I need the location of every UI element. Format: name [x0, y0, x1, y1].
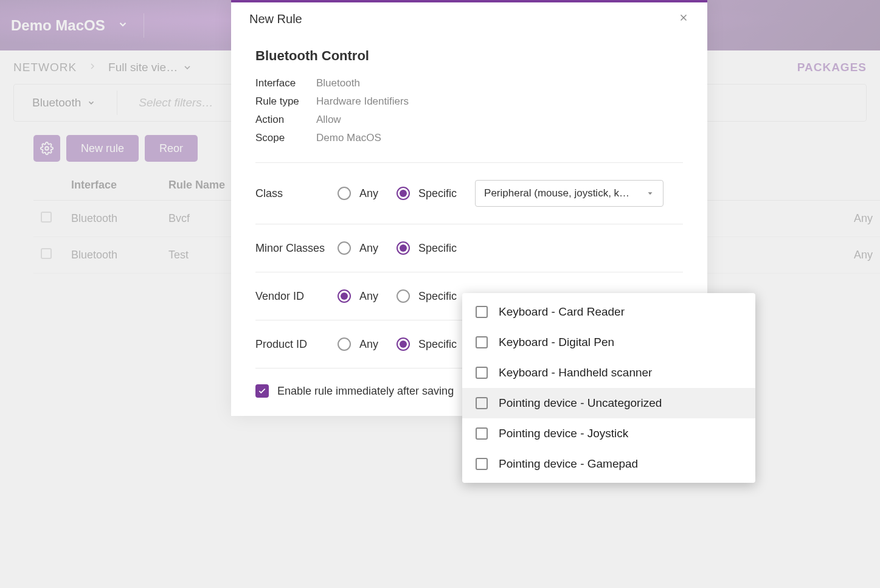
radio-class-any[interactable]: [338, 187, 351, 200]
dropdown-item[interactable]: Keyboard - Card Reader: [462, 297, 755, 327]
option-label: Keyboard - Digital Pen: [499, 336, 614, 349]
meta-label: Rule type: [255, 95, 304, 108]
svg-marker-3: [648, 192, 653, 195]
radio-product-any[interactable]: [338, 337, 351, 351]
class-select[interactable]: Peripheral (mouse, joystick, k…: [475, 180, 663, 207]
option-checkbox[interactable]: [476, 427, 488, 440]
option-checkbox[interactable]: [476, 336, 488, 348]
dropdown-item[interactable]: Keyboard - Handheld scanner: [462, 358, 755, 388]
select-value: Peripheral (mouse, joystick, k…: [484, 187, 629, 199]
dropdown-item[interactable]: Keyboard - Digital Pen: [462, 327, 755, 358]
field-label: Class: [255, 187, 338, 200]
row-class: Class Any Specific Peripheral (mouse, jo…: [255, 163, 683, 224]
section-title: Bluetooth Control: [255, 48, 683, 64]
radio-label: Any: [359, 338, 378, 351]
radio-label: Any: [359, 290, 378, 303]
dropdown-item[interactable]: Pointing device - Joystick: [462, 418, 755, 449]
option-checkbox[interactable]: [476, 306, 488, 318]
enable-label: Enable rule immediately after saving: [277, 385, 454, 398]
modal-title: New Rule: [249, 12, 302, 26]
meta-label: Interface: [255, 77, 304, 89]
field-label: Vendor ID: [255, 290, 338, 303]
radio-label: Specific: [418, 242, 457, 255]
option-label: Pointing device - Joystick: [499, 427, 628, 440]
meta-value: Bluetooth: [316, 77, 360, 89]
radio-label: Any: [359, 187, 378, 200]
dropdown-item[interactable]: Pointing device - Gamepad: [462, 449, 755, 479]
radio-vendor-any[interactable]: [338, 289, 351, 303]
minor-classes-dropdown[interactable]: Keyboard - Card Reader Keyboard - Digita…: [462, 293, 755, 483]
radio-label: Any: [359, 242, 378, 255]
option-label: Keyboard - Card Reader: [499, 305, 625, 319]
field-label: Product ID: [255, 338, 338, 351]
meta-label: Scope: [255, 132, 304, 144]
radio-minor-specific[interactable]: [397, 241, 410, 255]
option-checkbox[interactable]: [476, 367, 488, 379]
option-label: Pointing device - Gamepad: [499, 457, 638, 471]
meta-value: Hardware Identifiers: [316, 95, 409, 108]
radio-label: Specific: [418, 187, 457, 200]
option-label: Keyboard - Handheld scanner: [499, 366, 652, 379]
close-icon[interactable]: [678, 12, 689, 26]
field-label: Minor Classes: [255, 242, 338, 255]
option-checkbox[interactable]: [476, 397, 488, 409]
dropdown-item[interactable]: Pointing device - Uncategorized: [462, 388, 755, 418]
row-minor-classes: Minor Classes Any Specific: [255, 224, 683, 272]
radio-label: Specific: [418, 338, 457, 351]
meta-label: Action: [255, 114, 304, 126]
radio-product-specific[interactable]: [397, 337, 410, 351]
chevron-down-icon: [646, 189, 654, 198]
radio-vendor-specific[interactable]: [397, 289, 410, 303]
option-checkbox[interactable]: [476, 458, 488, 470]
radio-minor-any[interactable]: [338, 241, 351, 255]
enable-checkbox[interactable]: [255, 384, 269, 398]
radio-class-specific[interactable]: [397, 187, 410, 200]
option-label: Pointing device - Uncategorized: [499, 396, 662, 410]
radio-label: Specific: [418, 290, 457, 303]
meta-value: Allow: [316, 114, 341, 126]
meta-value: Demo MacOS: [316, 132, 381, 144]
